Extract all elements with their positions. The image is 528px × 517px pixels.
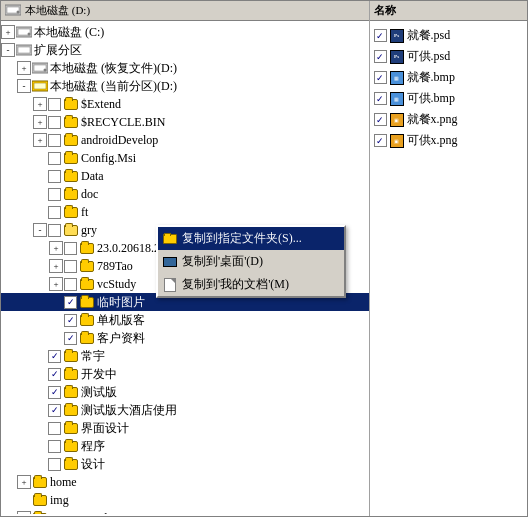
tree-item-khzl[interactable]: 客户资料: [1, 329, 369, 347]
tree-item-home[interactable]: + home: [1, 473, 369, 491]
right-panel-header: 名称: [370, 1, 527, 21]
file-item-keqong-bmp[interactable]: ▦ 可供.bmp: [372, 88, 525, 109]
checkbox-data[interactable]: [48, 170, 61, 183]
checkbox-djb[interactable]: [64, 314, 77, 327]
tree-item-csbdjd[interactable]: 测试版大酒店使用: [1, 401, 369, 419]
checkbox-recycle[interactable]: [48, 116, 61, 129]
folder-icon: [162, 231, 178, 247]
folder-icon: [79, 331, 95, 345]
folder-icon: [63, 169, 79, 183]
checkbox-789[interactable]: [64, 260, 77, 273]
tree-item-img[interactable]: img: [1, 491, 369, 509]
tree-item-d-current[interactable]: - 本地磁盘 (当前分区)(D:): [1, 77, 369, 95]
checkbox[interactable]: [374, 29, 387, 42]
checkbox[interactable]: [374, 50, 387, 63]
bmp-icon: ▦: [389, 91, 405, 107]
expand-android[interactable]: +: [33, 133, 47, 147]
checkbox-config[interactable]: [48, 152, 61, 165]
tree-item-d-recover[interactable]: + 本地磁盘 (恢复文件)(D:): [1, 59, 369, 77]
desktop-icon: [162, 254, 178, 270]
expand-recycle[interactable]: +: [33, 115, 47, 129]
folder-icon: [63, 97, 79, 111]
tree-item-config[interactable]: Config.Msi: [1, 149, 369, 167]
expand-d-recover[interactable]: +: [17, 61, 31, 75]
tree-item-djb[interactable]: 单机版客: [1, 311, 369, 329]
tree-item-sj[interactable]: 设计: [1, 455, 369, 473]
folder-icon: [63, 385, 79, 399]
checkbox-jmsj[interactable]: [48, 422, 61, 435]
header-label: 名称: [374, 4, 396, 16]
tree-item-expand-partition[interactable]: - 扩展分区: [1, 41, 369, 59]
checkbox-khzl[interactable]: [64, 332, 77, 345]
file-item-keqong-psd[interactable]: Ps 可供.psd: [372, 46, 525, 67]
expand-pf[interactable]: +: [17, 511, 31, 514]
tree-item-csb[interactable]: 测试版: [1, 383, 369, 401]
context-menu-item-copy-to-folder[interactable]: 复制到指定文件夹(S)...: [158, 227, 344, 250]
checkbox-23[interactable]: [64, 242, 77, 255]
tree-item-doc[interactable]: doc: [1, 185, 369, 203]
expand-extend[interactable]: +: [33, 97, 47, 111]
top-bar-label: 本地磁盘 (D:): [25, 3, 90, 18]
checkbox-vcstudy[interactable]: [64, 278, 77, 291]
tree-item-kfz[interactable]: 开发中: [1, 365, 369, 383]
tree-item-recycle[interactable]: + $RECYCLE.BIN: [1, 113, 369, 131]
checkbox[interactable]: [374, 113, 387, 126]
tree-item-ft[interactable]: ft: [1, 203, 369, 221]
tree-item-pf[interactable]: + Program Files: [1, 509, 369, 514]
checkbox[interactable]: [374, 134, 387, 147]
checkbox-kfz[interactable]: [48, 368, 61, 381]
checkbox-changyu[interactable]: [48, 350, 61, 363]
tree-item-cx[interactable]: 程序: [1, 437, 369, 455]
label: $Extend: [81, 96, 121, 112]
label: vcStudy: [97, 276, 136, 292]
png-icon: ▣: [389, 112, 405, 128]
expand-partition[interactable]: -: [1, 43, 15, 57]
file-item-jiucan-bmp[interactable]: ▦ 就餐.bmp: [372, 67, 525, 88]
expand-home[interactable]: +: [17, 475, 31, 489]
checkbox-gry[interactable]: [48, 224, 61, 237]
folder-icon: [63, 187, 79, 201]
expand-d-current[interactable]: -: [17, 79, 31, 93]
expand-gry[interactable]: -: [33, 223, 47, 237]
psd-icon: Ps: [389, 49, 405, 65]
file-list: Ps 就餐.psd Ps 可供.psd ▦ 就餐.bmp ▦ 可供.bmp: [370, 21, 527, 155]
drive-icon: [32, 61, 48, 75]
folder-icon: [79, 277, 95, 291]
file-item-jiucan-png[interactable]: ▣ 就餐x.png: [372, 109, 525, 130]
tree-item-extend[interactable]: + $Extend: [1, 95, 369, 113]
main-container: 本地磁盘 (D:) + 本地磁盘 (C:) - 扩展分区: [0, 0, 528, 517]
file-item-keqong-png[interactable]: ▣ 可供x.png: [372, 130, 525, 151]
expand-c[interactable]: +: [1, 25, 15, 39]
label: home: [50, 474, 77, 490]
context-menu-item-copy-to-desktop[interactable]: 复制到'桌面'(D): [158, 250, 344, 273]
checkbox-extend[interactable]: [48, 98, 61, 111]
context-menu-item-copy-to-mydoc[interactable]: 复制到'我的文档'(M): [158, 273, 344, 296]
expand-23[interactable]: +: [49, 241, 63, 255]
label: 客户资料: [97, 330, 145, 346]
checkbox-csbdjd[interactable]: [48, 404, 61, 417]
tree-item-jmsj[interactable]: 界面设计: [1, 419, 369, 437]
tree-item-c-drive[interactable]: + 本地磁盘 (C:): [1, 23, 369, 41]
checkbox-cx[interactable]: [48, 440, 61, 453]
left-panel: 本地磁盘 (D:) + 本地磁盘 (C:) - 扩展分区: [1, 1, 370, 516]
checkbox-doc[interactable]: [48, 188, 61, 201]
svg-rect-7: [18, 47, 30, 53]
file-item-jiucan-psd[interactable]: Ps 就餐.psd: [372, 25, 525, 46]
tree-item-changyu[interactable]: 常宇: [1, 347, 369, 365]
file-name: 就餐.bmp: [407, 69, 455, 86]
folder-open-icon: [63, 223, 79, 237]
tree-item-android[interactable]: + androidDevelop: [1, 131, 369, 149]
checkbox-ft[interactable]: [48, 206, 61, 219]
checkbox[interactable]: [374, 92, 387, 105]
checkbox-lstp[interactable]: [64, 296, 77, 309]
doc-icon: [162, 277, 178, 293]
label: 临时图片: [97, 294, 145, 310]
checkbox-csb[interactable]: [48, 386, 61, 399]
folder-icon: [32, 475, 48, 489]
expand-789[interactable]: +: [49, 259, 63, 273]
checkbox[interactable]: [374, 71, 387, 84]
tree-item-data[interactable]: Data: [1, 167, 369, 185]
checkbox-android[interactable]: [48, 134, 61, 147]
expand-vcstudy[interactable]: +: [49, 277, 63, 291]
checkbox-sj[interactable]: [48, 458, 61, 471]
